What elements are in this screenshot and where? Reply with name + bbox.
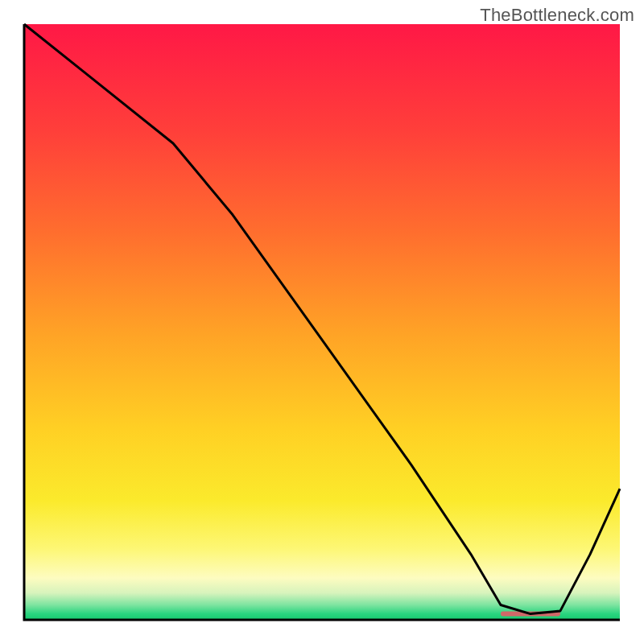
bottleneck-chart (0, 0, 644, 644)
chart-gradient-background (24, 24, 620, 620)
